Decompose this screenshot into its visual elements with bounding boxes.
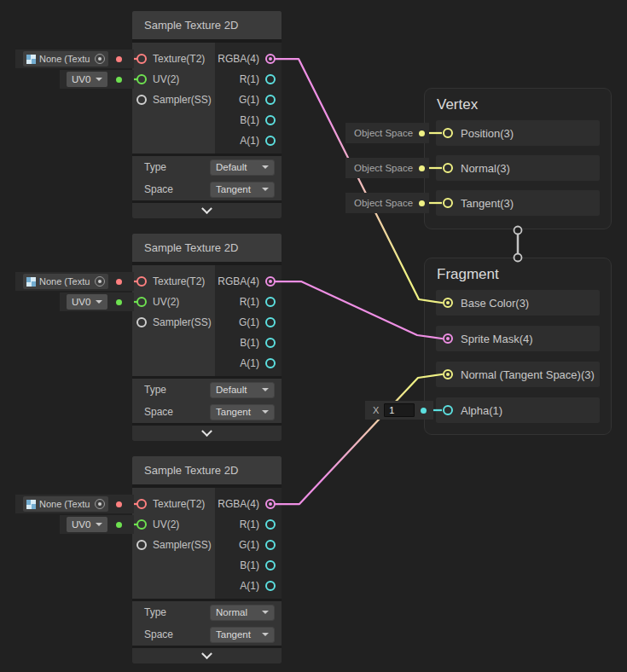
edge-rgba3-to-normal-tangent[interactable]	[276, 374, 442, 504]
vertex-position-block[interactable]: Position(3)	[436, 120, 600, 146]
space-connector-dot[interactable]	[419, 165, 425, 171]
uv-channel-dropdown[interactable]: UV0	[67, 294, 107, 310]
texture-object-field[interactable]: None (Textu	[23, 274, 108, 289]
fragment-sprite-mask-block[interactable]: Sprite Mask(4)	[436, 326, 600, 351]
space-connector-dot[interactable]	[419, 200, 425, 206]
r-output-port[interactable]	[265, 519, 276, 530]
vertex-tangent-block[interactable]: Tangent(3)	[436, 190, 600, 216]
port-label: RGBA(4)	[218, 275, 259, 287]
uv-connector-dot[interactable]	[116, 522, 122, 528]
block-label: Normal (Tangent Space)(3)	[461, 368, 595, 381]
position-input-port[interactable]	[443, 128, 453, 138]
alpha-connector-dot[interactable]	[421, 408, 427, 414]
texture-connector-dot[interactable]	[116, 56, 122, 62]
uv-channel-dropdown[interactable]: UV0	[67, 72, 107, 87]
node-settings: Type Default Space Tangent	[132, 156, 282, 200]
uv-channel-widget-1: UV0	[60, 70, 134, 89]
object-picker-icon[interactable]	[95, 499, 105, 509]
uv-input-port[interactable]	[136, 519, 147, 530]
fragment-base-color-block[interactable]: Base Color(3)	[436, 290, 600, 316]
port-label: R(1)	[240, 73, 259, 85]
uv-channel-dropdown[interactable]: UV0	[67, 517, 107, 532]
r-output-port[interactable]	[265, 297, 276, 307]
b-output-port[interactable]	[265, 560, 276, 571]
a-output-port[interactable]	[265, 581, 276, 591]
port-label: B(1)	[240, 337, 259, 349]
type-dropdown[interactable]: Default	[210, 159, 275, 176]
a-output-port[interactable]	[265, 136, 276, 146]
space-dropdown[interactable]: Tangent	[210, 404, 275, 420]
type-value: Normal	[216, 607, 247, 617]
object-picker-icon[interactable]	[95, 276, 105, 287]
collapse-previews-button[interactable]	[132, 426, 282, 441]
type-dropdown[interactable]: Default	[210, 382, 275, 398]
fragment-alpha-block[interactable]: Alpha(1)	[436, 397, 600, 423]
uv-input-port[interactable]	[136, 74, 147, 84]
type-setting-row: Type Normal	[132, 601, 282, 623]
rgba-output-port[interactable]	[265, 499, 276, 509]
block-label: Alpha(1)	[461, 404, 502, 417]
texture-object-field[interactable]: None (Textu	[23, 51, 108, 67]
type-dropdown[interactable]: Normal	[210, 605, 275, 621]
texture-connector-dot[interactable]	[116, 501, 122, 507]
base-color-input-port[interactable]	[443, 298, 453, 308]
space-setting-row: Space Tangent	[132, 623, 282, 646]
type-value: Default	[216, 162, 247, 172]
b-output-port[interactable]	[265, 338, 276, 348]
normal-input-port[interactable]	[443, 163, 453, 173]
port-row-r: R(1)	[215, 514, 282, 535]
collapse-previews-button[interactable]	[132, 203, 282, 218]
a-output-port[interactable]	[265, 358, 276, 368]
uv-input-port[interactable]	[136, 297, 147, 307]
node-ports-area: Texture(T2) UV(2) Sampler(SS) RGBA(4) R(…	[132, 488, 282, 599]
edge-rgba1-to-base-color[interactable]	[276, 59, 442, 303]
port-row-r: R(1)	[215, 69, 282, 90]
g-output-port[interactable]	[265, 317, 276, 327]
texture-object-field[interactable]: None (Textu	[23, 496, 108, 512]
tangent-input-port[interactable]	[443, 198, 453, 208]
g-output-port[interactable]	[265, 540, 276, 550]
b-output-port[interactable]	[265, 115, 276, 125]
texture-input-port[interactable]	[136, 54, 147, 64]
texture-input-port[interactable]	[136, 499, 147, 509]
vertex-master-node[interactable]: Vertex Position(3) Normal(3) Tangent(3)	[424, 88, 612, 229]
normal-tangent-input-port[interactable]	[443, 369, 453, 379]
type-value: Default	[216, 385, 247, 395]
g-output-port[interactable]	[265, 95, 276, 105]
tangent-space-chip[interactable]: Object Space	[345, 193, 429, 213]
collapse-previews-button[interactable]	[132, 648, 282, 663]
sample-texture-2d-node-1[interactable]: Sample Texture 2D Texture(T2) UV(2) Samp…	[132, 11, 282, 218]
space-chip-label: Object Space	[345, 198, 413, 208]
sampler-input-port[interactable]	[136, 317, 147, 327]
object-picker-icon[interactable]	[95, 54, 105, 64]
alpha-input-port[interactable]	[443, 405, 453, 415]
rgba-output-port[interactable]	[265, 276, 276, 287]
port-label: B(1)	[240, 114, 259, 126]
r-output-port[interactable]	[265, 74, 276, 84]
normal-space-chip[interactable]: Object Space	[345, 158, 429, 178]
sampler-input-port[interactable]	[136, 540, 147, 550]
sample-texture-2d-node-3[interactable]: Sample Texture 2D Texture(T2) UV(2) Samp…	[132, 456, 282, 663]
sprite-mask-input-port[interactable]	[443, 333, 453, 344]
vertex-normal-block[interactable]: Normal(3)	[436, 155, 600, 181]
sample-texture-2d-node-2[interactable]: Sample Texture 2D Texture(T2) UV(2) Samp…	[132, 234, 282, 441]
port-row-uv: UV(2)	[132, 514, 215, 535]
fragment-master-node[interactable]: Fragment Base Color(3) Sprite Mask(4) No…	[424, 258, 612, 435]
uv-connector-dot[interactable]	[116, 299, 122, 305]
space-connector-dot[interactable]	[419, 130, 425, 136]
space-label: Space	[144, 183, 173, 195]
texture-input-port[interactable]	[136, 276, 147, 287]
alpha-x-input[interactable]: 1	[384, 403, 415, 417]
space-dropdown[interactable]: Tangent	[210, 627, 275, 643]
uv-connector-dot[interactable]	[116, 77, 122, 83]
output-ports-column: RGBA(4) R(1) G(1) B(1) A(1)	[215, 488, 282, 599]
chevron-down-icon	[262, 633, 269, 636]
fragment-normal-tangent-block[interactable]: Normal (Tangent Space)(3)	[436, 362, 600, 387]
position-space-chip[interactable]: Object Space	[345, 123, 429, 143]
texture-connector-dot[interactable]	[116, 279, 122, 285]
sampler-input-port[interactable]	[136, 95, 147, 105]
rgba-output-port[interactable]	[265, 54, 276, 64]
edge-rgba2-to-sprite-mask[interactable]	[276, 281, 442, 339]
port-label: R(1)	[240, 296, 259, 308]
space-dropdown[interactable]: Tangent	[210, 182, 275, 198]
